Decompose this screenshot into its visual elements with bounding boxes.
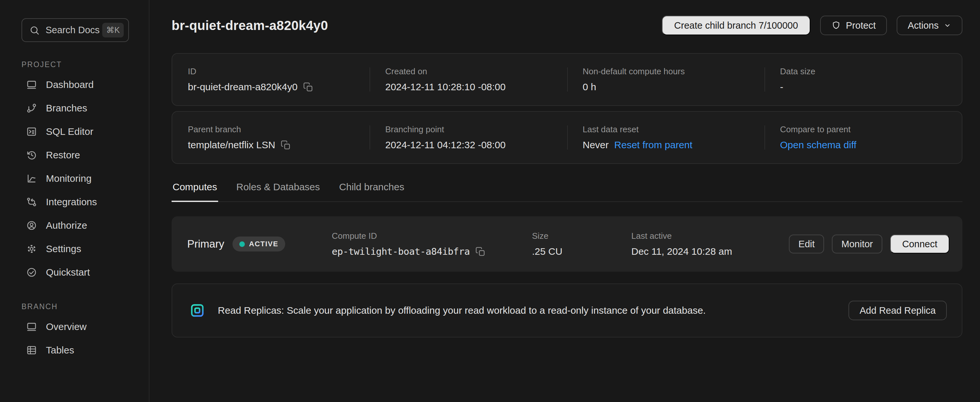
actions-button[interactable]: Actions bbox=[897, 16, 963, 35]
settings-gear-icon bbox=[26, 243, 37, 254]
sidebar-item-monitoring[interactable]: Monitoring bbox=[21, 167, 139, 190]
sidebar-item-dashboard[interactable]: Dashboard bbox=[21, 73, 139, 96]
id-label: ID bbox=[188, 67, 369, 77]
tab-computes[interactable]: Computes bbox=[172, 177, 218, 202]
page-title: br-quiet-dream-a820k4y0 bbox=[172, 18, 328, 33]
sidebar-item-label: Integrations bbox=[46, 196, 97, 207]
parent-branch-value: template/netflix LSN bbox=[188, 139, 275, 150]
compute-size-value: .25 CU bbox=[532, 246, 562, 257]
sidebar-item-authorize[interactable]: Authorize bbox=[21, 214, 139, 237]
sidebar-item-label: Dashboard bbox=[46, 79, 94, 90]
branch-id-value: br-quiet-dream-a820k4y0 bbox=[188, 81, 298, 93]
compute-actions: Edit Monitor Connect bbox=[789, 234, 950, 254]
branches-icon bbox=[26, 103, 37, 114]
page-header: br-quiet-dream-a820k4y0 Create child bra… bbox=[172, 16, 963, 35]
sidebar-item-branches[interactable]: Branches bbox=[21, 96, 139, 120]
parent-branch-cell: Parent branch template/netflix LSN bbox=[172, 124, 369, 150]
sidebar-item-restore[interactable]: Restore bbox=[21, 144, 139, 167]
sidebar-item-sql-editor[interactable]: SQL Editor bbox=[21, 120, 139, 144]
authorize-icon bbox=[26, 220, 37, 231]
edit-button[interactable]: Edit bbox=[789, 234, 824, 254]
monitor-button[interactable]: Monitor bbox=[832, 234, 882, 254]
search-placeholder: Search Docs bbox=[46, 25, 100, 35]
read-replica-banner: Read Replicas: Scale your application by… bbox=[172, 284, 963, 338]
project-nav: Dashboard Branches SQL Editor Restore bbox=[21, 73, 139, 284]
tab-roles-databases[interactable]: Roles & Databases bbox=[235, 177, 321, 202]
copy-branch-id-icon[interactable] bbox=[303, 82, 313, 92]
data-size-value: - bbox=[780, 81, 783, 93]
compute-id-value: ep-twilight-boat-a84ibfra bbox=[332, 246, 470, 257]
search-docs-button[interactable]: Search Docs ⌘K bbox=[21, 18, 129, 42]
compute-name-group: Primary ACTIVE bbox=[187, 236, 332, 252]
last-active-label: Last active bbox=[631, 231, 789, 241]
branching-point-cell: Branching point 2024-12-11 04:12:32 -08:… bbox=[369, 124, 567, 150]
quickstart-check-icon bbox=[26, 267, 37, 278]
reset-from-parent-link[interactable]: Reset from parent bbox=[614, 139, 692, 150]
search-icon bbox=[29, 25, 40, 35]
protect-button[interactable]: Protect bbox=[820, 16, 887, 35]
created-on-cell: Created on 2024-12-11 10:28:10 -08:00 bbox=[369, 67, 567, 93]
copy-parent-branch-icon[interactable] bbox=[281, 140, 291, 150]
sidebar-item-label: SQL Editor bbox=[46, 126, 94, 137]
last-active-cell: Last active Dec 11, 2024 10:28 am bbox=[631, 231, 789, 257]
cpu-chip-icon bbox=[188, 301, 207, 320]
data-size-label: Data size bbox=[780, 67, 962, 77]
sidebar-item-label: Monitoring bbox=[46, 173, 91, 184]
keyboard-shortcut-badge: ⌘K bbox=[102, 23, 124, 37]
branching-point-value: 2024-12-11 04:12:32 -08:00 bbox=[385, 139, 506, 150]
add-read-replica-button[interactable]: Add Read Replica bbox=[848, 301, 947, 320]
parent-info-card: Parent branch template/netflix LSN Branc… bbox=[172, 111, 963, 164]
id-cell: ID br-quiet-dream-a820k4y0 bbox=[172, 67, 369, 93]
sidebar-item-overview[interactable]: Overview bbox=[21, 315, 139, 338]
create-child-branch-button[interactable]: Create child branch 7/100000 bbox=[662, 16, 810, 35]
compute-row: Primary ACTIVE Compute ID ep-twilight-bo… bbox=[172, 216, 963, 272]
parent-branch-label: Parent branch bbox=[188, 124, 369, 134]
created-on-value: 2024-12-11 10:28:10 -08:00 bbox=[385, 81, 506, 93]
compute-name: Primary bbox=[187, 238, 224, 250]
copy-compute-id-icon[interactable] bbox=[475, 247, 485, 257]
status-badge: ACTIVE bbox=[232, 236, 285, 252]
compute-hours-label: Non-default compute hours bbox=[583, 67, 764, 77]
last-data-reset-value: Never bbox=[583, 139, 609, 150]
restore-icon bbox=[26, 150, 37, 161]
actions-label: Actions bbox=[908, 20, 939, 31]
shield-icon bbox=[831, 21, 841, 30]
sql-editor-icon bbox=[26, 126, 37, 137]
tab-child-branches[interactable]: Child branches bbox=[338, 177, 405, 202]
main-content: br-quiet-dream-a820k4y0 Create child bra… bbox=[150, 0, 980, 402]
sidebar-item-integrations[interactable]: Integrations bbox=[21, 190, 139, 214]
integrations-icon bbox=[26, 196, 37, 207]
last-data-reset-cell: Last data reset Never Reset from parent bbox=[567, 124, 764, 150]
last-data-reset-label: Last data reset bbox=[583, 124, 764, 134]
status-text: ACTIVE bbox=[249, 240, 278, 248]
last-active-value: Dec 11, 2024 10:28 am bbox=[631, 246, 732, 257]
sidebar-item-tables[interactable]: Tables bbox=[21, 338, 139, 362]
sidebar-section-project: PROJECT bbox=[21, 60, 139, 69]
sidebar-item-label: Branches bbox=[46, 103, 87, 114]
data-size-cell: Data size - bbox=[764, 67, 962, 93]
compute-size-label: Size bbox=[532, 231, 631, 241]
compute-id-label: Compute ID bbox=[332, 231, 532, 241]
branching-point-label: Branching point bbox=[385, 124, 567, 134]
header-actions: Create child branch 7/100000 Protect Act… bbox=[662, 16, 963, 35]
branch-info-card: ID br-quiet-dream-a820k4y0 Created on 20… bbox=[172, 53, 963, 106]
connect-button[interactable]: Connect bbox=[890, 234, 950, 254]
sidebar-item-settings[interactable]: Settings bbox=[21, 237, 139, 261]
chevron-down-icon bbox=[943, 21, 951, 29]
app-window: Search Docs ⌘K PROJECT Dashboard Branche… bbox=[0, 0, 980, 402]
open-schema-diff-link[interactable]: Open schema diff bbox=[780, 139, 857, 150]
status-active-dot-icon bbox=[239, 241, 245, 247]
branch-nav: Overview Tables bbox=[21, 315, 139, 362]
sidebar-section-branch: BRANCH bbox=[21, 302, 139, 311]
sidebar-item-quickstart[interactable]: Quickstart bbox=[21, 261, 139, 284]
compute-hours-value: 0 h bbox=[583, 81, 597, 93]
overview-icon bbox=[26, 321, 37, 332]
dashboard-icon bbox=[26, 79, 37, 90]
branch-tabs: Computes Roles & Databases Child branche… bbox=[172, 177, 963, 202]
created-on-label: Created on bbox=[385, 67, 567, 77]
compute-hours-cell: Non-default compute hours 0 h bbox=[567, 67, 764, 93]
compare-to-parent-cell: Compare to parent Open schema diff bbox=[764, 124, 962, 150]
sidebar-item-label: Overview bbox=[46, 321, 87, 332]
protect-label: Protect bbox=[846, 20, 876, 31]
monitoring-icon bbox=[26, 173, 37, 184]
